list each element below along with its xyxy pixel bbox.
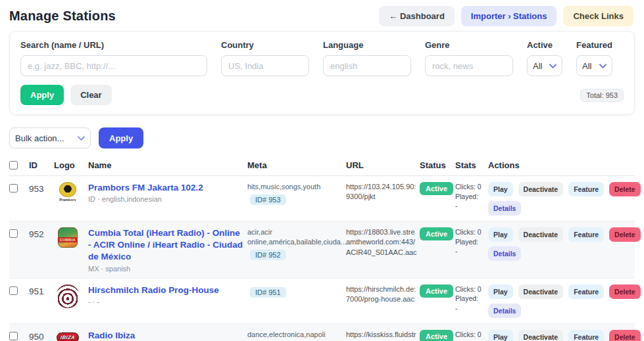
deactivate-button[interactable]: Deactivate: [518, 330, 564, 341]
stream-url: https://kisskiss.fluidstream.eu/ibiza.mp…: [346, 330, 417, 341]
bulk-apply-button[interactable]: Apply: [99, 127, 143, 148]
deactivate-button[interactable]: Deactivate: [518, 284, 564, 299]
filter-apply-button[interactable]: Apply: [20, 85, 64, 105]
play-button[interactable]: Play: [488, 284, 513, 299]
table-row: 950 IBIZA Radio Ibiza IT · italian dance…: [9, 324, 635, 341]
check-links-button[interactable]: Check Links: [563, 6, 633, 26]
play-button[interactable]: Play: [488, 227, 513, 242]
status-badge: Active: [420, 330, 453, 341]
station-name-link[interactable]: Radio Ibiza: [88, 330, 245, 341]
status-cell: Active: [420, 227, 453, 240]
bulk-action-bar: Bulk action... Apply: [9, 127, 635, 148]
delete-button[interactable]: Delete: [609, 284, 641, 299]
filter-clear-button[interactable]: Clear: [70, 85, 112, 105]
chevron-down-icon: [78, 136, 85, 141]
featured-select[interactable]: All: [576, 55, 612, 76]
status-badge: Active: [420, 227, 453, 240]
radio-ibiza-logo: IBIZA: [54, 330, 82, 341]
meta-cell: ID# 951: [247, 284, 343, 298]
country-input[interactable]: [221, 55, 309, 76]
played-stat: Played:: [455, 237, 485, 247]
language-field-group: Language: [323, 40, 411, 76]
feature-button[interactable]: Feature: [568, 284, 604, 299]
name-cell: Cumbia Total (iHeart Radio) - Online - A…: [88, 227, 245, 273]
meta-tags: acir,acir online,américa,bailable,ciuda.…: [247, 227, 341, 247]
filter-actions: Apply Clear Total: 953: [20, 85, 624, 105]
deactivate-button[interactable]: Deactivate: [518, 182, 564, 196]
row-checkbox[interactable]: [9, 286, 18, 295]
col-stats: Stats: [455, 160, 485, 170]
station-id: 951: [29, 284, 51, 296]
importer-stations-button[interactable]: Importer › Stations: [461, 6, 557, 26]
meta-cell: acir,acir online,américa,bailable,ciuda.…: [247, 227, 343, 260]
search-input[interactable]: [20, 55, 207, 76]
delete-button[interactable]: Delete: [609, 330, 641, 341]
row-checkbox[interactable]: [9, 184, 18, 193]
bulk-action-select[interactable]: Bulk action...: [9, 127, 91, 148]
search-label: Search (name / URL): [20, 40, 207, 50]
table-row: 951 Hirschmilch Radio Prog-House - · - I…: [9, 279, 635, 324]
delete-button[interactable]: Delete: [609, 227, 641, 242]
table-header-row: ID Logo Name Meta URL Status Stats Actio…: [9, 156, 635, 176]
details-button[interactable]: Details: [488, 304, 521, 318]
station-id-badge: ID# 952: [250, 250, 286, 260]
station-name-link[interactable]: Hirschmilch Radio Prog-House: [88, 284, 245, 296]
actions-cell: Play Deactivate Feature Delete Details: [488, 227, 641, 261]
feature-button[interactable]: Feature: [568, 227, 604, 242]
select-all-checkbox[interactable]: [9, 161, 18, 170]
cumbia-total-logo: CUMBIA: [54, 227, 82, 248]
actions-cell: Play Deactivate Feature Delete Details: [488, 284, 641, 318]
played-stat: Played:: [455, 294, 485, 304]
clicks-stat: Clicks: 0: [455, 330, 485, 340]
played-stat: Played:: [455, 192, 485, 202]
status-badge: Active: [420, 182, 453, 195]
station-id-badge: ID# 951: [250, 287, 286, 298]
genre-label: Genre: [425, 40, 513, 50]
feature-button[interactable]: Feature: [568, 182, 604, 196]
active-select[interactable]: All: [527, 55, 562, 76]
col-status: Status: [420, 160, 453, 170]
feature-button[interactable]: Feature: [568, 330, 604, 341]
clicks-stat: Clicks: 0: [455, 284, 485, 294]
station-id: 953: [29, 182, 51, 194]
stats-cell: Clicks: 0 Played: -: [455, 182, 485, 211]
table-row: 953 Prambors Prambors FM Jakarta 102.2 I…: [9, 176, 635, 221]
station-name-link[interactable]: Prambors FM Jakarta 102.2: [88, 182, 245, 194]
station-id: 952: [29, 227, 51, 239]
language-label: Language: [323, 40, 411, 50]
details-button[interactable]: Details: [488, 201, 521, 216]
dashboard-button[interactable]: ← Dashboard: [379, 6, 455, 26]
station-subtitle: - · -: [88, 298, 245, 306]
page-title: Manage Stations: [9, 9, 116, 24]
row-checkbox[interactable]: [9, 229, 18, 238]
row-checkbox-cell: [9, 330, 26, 341]
deactivate-button[interactable]: Deactivate: [518, 227, 564, 242]
featured-select-value: All: [582, 61, 591, 71]
play-button[interactable]: Play: [488, 182, 513, 196]
name-cell: Hirschmilch Radio Prog-House - · -: [88, 284, 245, 306]
active-field-group: Active All: [527, 40, 562, 76]
delete-button[interactable]: Delete: [609, 182, 641, 196]
status-cell: Active: [420, 182, 453, 195]
status-cell: Active: [420, 284, 453, 298]
language-input[interactable]: [323, 55, 411, 76]
station-name-link[interactable]: Cumbia Total (iHeart Radio) - Online - A…: [88, 227, 245, 263]
row-checkbox[interactable]: [9, 332, 18, 340]
filter-card: Search (name / URL) Country Language Gen…: [9, 31, 635, 115]
play-button[interactable]: Play: [488, 330, 513, 341]
details-button[interactable]: Details: [488, 246, 521, 261]
col-url: URL: [346, 160, 417, 170]
meta-cell: hits,music,songs,youth ID# 953: [247, 182, 343, 205]
col-id: ID: [29, 160, 51, 170]
logo-cell: CUMBIA: [54, 227, 86, 248]
meta-cell: dance,electronica,napoli ID# 950: [247, 330, 343, 341]
station-subtitle: ID · english,indonesian: [88, 195, 245, 203]
genre-input[interactable]: [425, 55, 513, 76]
logo-cell: Prambors: [54, 182, 86, 202]
status-badge: Active: [420, 284, 453, 298]
meta-tags: dance,electronica,napoli: [247, 330, 326, 340]
col-actions: Actions: [488, 160, 635, 170]
active-select-value: All: [533, 61, 542, 71]
filter-row: Search (name / URL) Country Language Gen…: [20, 40, 624, 76]
played-value: -: [455, 304, 485, 313]
